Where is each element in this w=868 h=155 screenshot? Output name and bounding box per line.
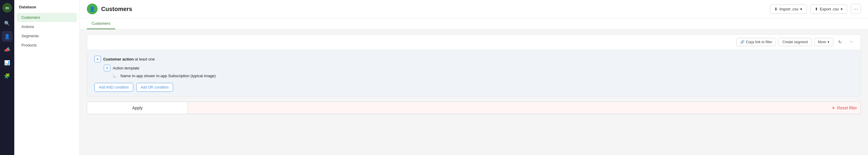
close-icon: ✕ [832,105,835,110]
icon-bar: m 🔍 👤 📣 📊 🧩 [0,0,14,155]
apply-button[interactable]: Apply [87,102,188,114]
bottom-bar: Apply ✕ Reset filter [87,102,861,114]
page-title: Customers [101,6,766,12]
breadcrumb-customers-tab[interactable]: Customers [87,18,115,29]
upload-icon: ⬆ [815,7,818,11]
refresh-icon: ↻ [838,40,842,45]
sidebar-item-segments[interactable]: Segments [17,31,77,41]
search-nav-icon[interactable]: 🔍 [2,18,12,29]
chevron-down-icon: ▾ [841,7,843,11]
condition-actions: Add AND condition Add OR condition [94,79,854,92]
filter-row-3: Name In-app shown In-app Subscription (t… [113,72,854,79]
refresh-button[interactable]: ↻ [836,37,844,47]
header-more-button[interactable]: ⋯ [851,4,861,14]
filter-condition-1-label: Customer action at least one [103,57,155,61]
import-csv-button[interactable]: ⬇ Import .csv ▾ [770,4,807,14]
sidebar: Database Customers Actions Segments Prod… [14,0,80,155]
puzzle-nav-icon[interactable]: 🧩 [2,70,12,81]
app-logo: m [2,3,12,12]
add-condition-level2-button[interactable]: + [104,65,111,71]
plus-icon: + [106,66,108,70]
add-condition-level1-button[interactable]: + [94,56,101,62]
add-and-condition-button[interactable]: Add AND condition [94,83,133,92]
copy-link-button[interactable]: 🔗 Copy link to filter [736,38,776,46]
filter-body: + Customer action at least one + Action … [87,50,861,97]
redo-icon: ↷ [849,40,853,45]
filter-panel: 🔗 Copy link to filter Create segment Mor… [87,34,861,97]
filter-toolbar: 🔗 Copy link to filter Create segment Mor… [87,34,861,50]
download-icon: ⬇ [774,7,778,11]
filter-condition-3-label: Name In-app shown In-app Subscription (t… [121,74,216,78]
filter-condition-2-label: Action template [113,66,140,70]
users-nav-icon[interactable]: 👤 [2,31,12,42]
plus-icon: + [96,57,99,61]
create-segment-button[interactable]: Create segment [778,38,811,46]
sidebar-item-products[interactable]: Products [17,41,77,50]
more-button[interactable]: More ▾ [814,38,833,46]
sidebar-item-customers[interactable]: Customers [17,13,77,22]
sidebar-header: Database [14,5,80,13]
reset-filter-button[interactable]: ✕ Reset filter [188,102,861,114]
breadcrumb-bar: Customers [80,18,868,29]
redo-button[interactable]: ↷ [847,37,856,47]
chevron-down-icon: ▾ [800,7,802,11]
export-csv-button[interactable]: ⬆ Export .csv ▾ [810,4,847,14]
page-header: 👤 Customers ⬇ Import .csv ▾ ⬆ Export .cs… [80,0,868,18]
more-icon: ⋯ [854,6,858,12]
chart-nav-icon[interactable]: 📊 [2,57,12,68]
filter-row-2: + Action template [104,63,854,72]
chevron-down-icon: ▾ [828,40,829,44]
add-or-condition-button[interactable]: Add OR condition [136,83,173,92]
filter-row-1: + Customer action at least one [94,55,854,63]
tree-connector-icon [113,75,116,78]
main-content: 👤 Customers ⬇ Import .csv ▾ ⬆ Export .cs… [80,0,868,155]
sidebar-item-actions[interactable]: Actions [17,22,77,31]
page-header-icon: 👤 [87,4,98,14]
megaphone-nav-icon[interactable]: 📣 [2,44,12,55]
link-icon: 🔗 [740,40,745,44]
